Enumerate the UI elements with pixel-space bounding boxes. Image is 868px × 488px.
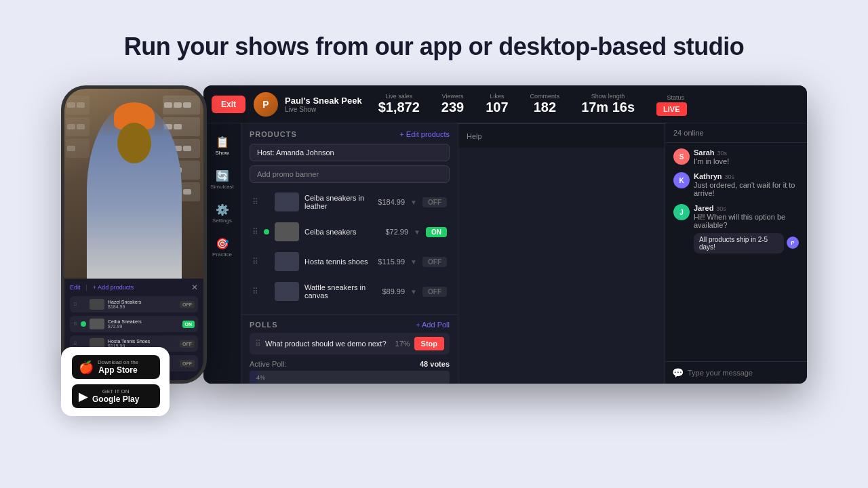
chat-message: J Jared 30s Hi!! When will this option b…: [673, 204, 799, 253]
chat-input[interactable]: [688, 369, 800, 377]
product-price: $115.99: [378, 258, 405, 266]
exit-button[interactable]: Exit: [212, 96, 245, 113]
apple-icon: 🍎: [79, 360, 94, 375]
live-indicator: [264, 199, 269, 205]
google-play-sub: GET IT ON: [92, 388, 139, 394]
likes-label: Likes: [486, 93, 508, 100]
product-thumbnail: [275, 192, 299, 211]
chat-username: Sarah: [694, 148, 715, 157]
live-badge: LIVE: [656, 102, 686, 116]
poll-bar-hosta: 4% Hosta tennis shoes: [250, 371, 450, 384]
active-poll-label: Active Poll:: [250, 360, 286, 368]
live-sales-label: Live sales: [378, 93, 420, 100]
product-status-toggle[interactable]: OFF: [422, 197, 447, 207]
online-count: 24 online: [665, 123, 807, 143]
app-store-main: App Store: [98, 365, 138, 375]
phone-shell: Edit | + Add products ✕ ⠿ Hazel Sneakers: [61, 85, 207, 384]
add-poll-link[interactable]: + Add Poll: [416, 321, 450, 329]
simulcast-icon: 🔄: [216, 169, 229, 182]
comments-value: 182: [530, 100, 560, 115]
phone-add-products-label[interactable]: + Add products: [93, 284, 134, 291]
list-item: ⠿ Ceiba Sneakers $72.99 ON: [70, 316, 198, 332]
live-dot: [81, 302, 86, 307]
message-icon: 💬: [672, 367, 684, 378]
show-title: Paul's Sneak Peek: [285, 96, 362, 106]
show-avatar: P: [254, 92, 278, 117]
comments-label: Comments: [530, 93, 560, 100]
products-title: PRODUCTS: [250, 130, 297, 138]
center-video-area: 18s What product would you like us to de…: [458, 123, 665, 384]
host-select[interactable]: Host: Amanda Johnson: [250, 144, 450, 161]
stat-live-sales: Live sales $1,872: [378, 93, 420, 115]
chat-text: Hi!! When will this option be available?: [694, 213, 799, 229]
show-info: P Paul's Sneak Peek Live Show: [254, 92, 362, 117]
chevron-icon: ▼: [410, 199, 417, 206]
center-left-panel: PRODUCTS + Edit products Host: Amanda Jo…: [241, 123, 458, 384]
app-store-sub: Download on the: [98, 359, 138, 365]
live-dot: [81, 321, 86, 327]
promo-select[interactable]: Add promo banner: [250, 165, 450, 183]
show-icon: 📋: [216, 136, 229, 148]
drag-handle[interactable]: ⠿: [252, 287, 258, 296]
chat-timestamp: 30s: [716, 205, 726, 212]
live-indicator: [264, 289, 269, 294]
google-play-button[interactable]: ▶ GET IT ON Google Play: [72, 384, 160, 408]
sidebar-item-show[interactable]: 📋 Show: [206, 131, 239, 160]
sidebar-item-settings[interactable]: ⚙️ Settings: [206, 199, 239, 228]
product-thumbnail: [275, 282, 299, 301]
reply-avatar: P: [787, 237, 799, 249]
product-thumbnail: [275, 222, 299, 241]
product-status-toggle[interactable]: OFF: [422, 257, 447, 267]
product-price: $184.99: [378, 198, 405, 206]
chat-messages: S Sarah 30s I'm in love! K: [665, 143, 807, 361]
product-name: Wattle sneakers in canvas: [304, 283, 376, 300]
screenshots-row: Edit | + Add products ✕ ⠿ Hazel Sneakers: [61, 85, 807, 384]
product-thumbnail: [275, 252, 299, 271]
chat-message: K Kathryn 30s Just ordered, can't wait f…: [673, 172, 799, 197]
polls-section: POLLS + Add Poll ⠿ What product should w…: [241, 315, 458, 384]
product-status-toggle[interactable]: OFF: [422, 287, 447, 297]
chevron-icon: ▼: [410, 288, 417, 296]
status-label: Status: [656, 94, 694, 101]
stat-status: Status LIVE: [656, 94, 694, 115]
poll-percent: 17%: [395, 340, 410, 348]
chat-timestamp: 30s: [717, 150, 728, 157]
sidebar-item-simulcast[interactable]: 🔄 Simulcast: [206, 165, 239, 194]
phone-face: [117, 123, 151, 163]
chevron-icon: ▼: [410, 258, 417, 266]
avatar: J: [673, 204, 690, 220]
help-button[interactable]: Help: [467, 132, 482, 140]
chat-panel: 24 online S Sarah 30s I'm in love!: [665, 123, 807, 384]
show-subtitle: Live Show: [285, 106, 362, 113]
product-status-toggle[interactable]: ON: [426, 227, 447, 237]
drag-handle[interactable]: ⠿: [252, 227, 258, 237]
chevron-icon: ▼: [414, 228, 420, 236]
desktop-topbar: Exit P Paul's Sneak Peek Live Show Live …: [203, 85, 807, 123]
phone-edit-label[interactable]: Edit: [70, 284, 81, 291]
live-dot: [81, 341, 86, 346]
product-thumb: [90, 319, 104, 329]
chat-username: Kathryn: [694, 172, 722, 180]
chat-timestamp: 30s: [725, 174, 735, 180]
phone-close-icon[interactable]: ✕: [191, 283, 198, 292]
app-store-button[interactable]: 🍎 Download on the App Store: [72, 355, 160, 379]
edit-products-link[interactable]: + Edit products: [399, 130, 450, 138]
product-name: Ceiba sneakers: [304, 228, 380, 236]
chat-input-area: 💬: [665, 361, 807, 384]
stop-poll-button[interactable]: Stop: [414, 337, 444, 350]
table-row: ⠿ Hosta tennis shoes $115.99 ▼ OFF: [250, 248, 450, 275]
list-item: ⠿ Hazel Sneakers $184.99 OFF: [70, 296, 198, 312]
table-row: ⠿ Ceiba sneakers $72.99 ▼ ON: [250, 218, 450, 245]
stat-likes: Likes 107: [486, 93, 508, 115]
chat-message: S Sarah 30s I'm in love!: [673, 148, 799, 165]
drag-handle[interactable]: ⠿: [252, 257, 258, 266]
google-play-icon: ▶: [79, 389, 88, 404]
settings-icon: ⚙️: [216, 203, 229, 216]
phone-mockup: Edit | + Add products ✕ ⠿ Hazel Sneakers: [61, 85, 210, 384]
drag-handle[interactable]: ⠿: [255, 339, 261, 348]
practice-icon: 🎯: [216, 237, 229, 250]
products-section: PRODUCTS + Edit products Host: Amanda Jo…: [241, 123, 458, 315]
hosta-bar-fill: 4%: [250, 371, 258, 384]
sidebar-item-practice[interactable]: 🎯 Practice: [206, 233, 239, 262]
drag-handle[interactable]: ⠿: [252, 197, 258, 207]
